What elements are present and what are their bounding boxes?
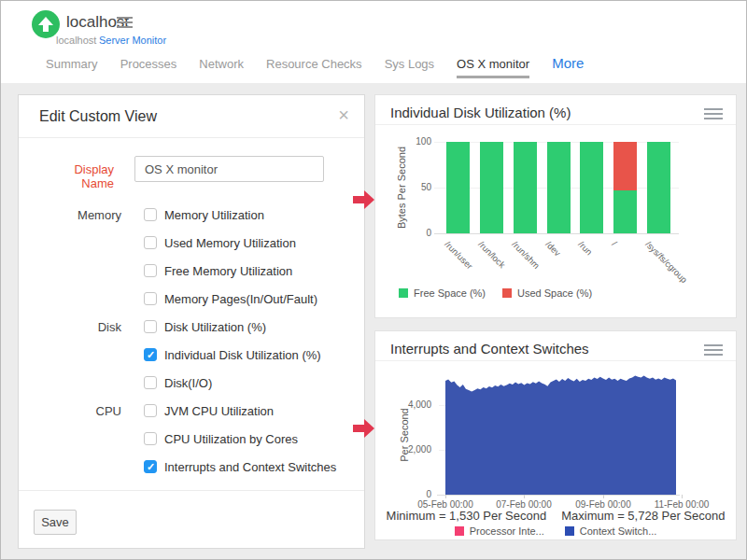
- checkbox-row: Disk(I/O): [19, 369, 364, 397]
- display-name-input[interactable]: [134, 156, 324, 182]
- tab-more[interactable]: More: [552, 55, 584, 78]
- gridline: [434, 233, 679, 234]
- x-axis-label-sys-fs-cgroup: /sys/fs/cgroup: [643, 239, 689, 285]
- checkbox-disk-i-o[interactable]: [144, 376, 157, 389]
- checkbox-row: Used Memory Utilization: [19, 229, 364, 257]
- y-tick-label: 4,000: [394, 399, 431, 410]
- bar-free-sys-fs-cgroup: [647, 142, 670, 233]
- checkbox-label-cpu-utilization-by-cores: CPU Utilization by Cores: [164, 432, 298, 446]
- checkbox-row: Memory Pages(In/Out/Fault): [19, 285, 364, 313]
- checkbox-interrupts-and-context-switches[interactable]: [144, 460, 157, 473]
- checkbox-row: Interrupts and Context Switches: [19, 453, 364, 481]
- bar-free-run-lock: [480, 142, 503, 233]
- save-button[interactable]: Save: [34, 510, 77, 535]
- x-tick-mark: [682, 495, 683, 498]
- tab-summary[interactable]: Summary: [46, 57, 98, 78]
- checkbox-label-free-memory-utilization: Free Memory Utilization: [164, 264, 292, 278]
- tab-bar: SummaryProcessesNetworkResource ChecksSy…: [46, 55, 584, 78]
- x-axis-label-root: /: [610, 239, 619, 248]
- disk-chart-title: Individual Disk Utilization (%): [390, 105, 571, 120]
- y-tick-label: 100: [394, 136, 431, 147]
- panel-footer: Save: [19, 490, 364, 549]
- bar-free-run-shm: [514, 142, 537, 233]
- legend-label: Used Space (%): [517, 287, 592, 299]
- tab-network[interactable]: Network: [199, 57, 244, 78]
- display-name-label: Display Name: [42, 162, 114, 190]
- legend-label: Free Space (%): [414, 287, 486, 299]
- legend-swatch: [455, 526, 464, 536]
- legend-item-context-switch[interactable]: Context Switch...: [565, 525, 657, 537]
- checkbox-label-used-memory-utilization: Used Memory Utilization: [164, 236, 296, 250]
- checkbox-cpu-utilization-by-cores[interactable]: [144, 432, 157, 445]
- breadcrumb-host: localhost: [56, 35, 96, 46]
- disk-chart-legend: Free Space (%)Used Space (%): [399, 287, 592, 299]
- tab-processes[interactable]: Processes: [120, 57, 177, 78]
- legend-swatch: [565, 526, 574, 536]
- checkbox-label-jvm-cpu-utilization: JVM CPU Utilization: [164, 404, 274, 418]
- checkbox-memory-utilization[interactable]: [144, 208, 157, 221]
- checkbox-used-memory-utilization[interactable]: [144, 236, 157, 249]
- checkbox-row: Free Memory Utilization: [19, 257, 364, 285]
- checkbox-label-memory-pages-in-out-fault: Memory Pages(In/Out/Fault): [164, 292, 317, 306]
- legend-item-processor-inte[interactable]: Processor Inte...: [455, 525, 544, 537]
- checkbox-label-memory-utilization: Memory Utilization: [164, 208, 264, 222]
- x-tick-mark: [445, 495, 446, 498]
- interrupts-chart-title: Interrupts and Context Switches: [390, 341, 589, 357]
- y-tick-label: 50: [394, 182, 431, 192]
- legend-label: Processor Inte...: [470, 525, 544, 537]
- annotation-arrow-icon-interrupts: [353, 419, 375, 438]
- group-label-cpu: CPU: [19, 404, 121, 418]
- annotation-arrow-icon-disk: [353, 190, 375, 209]
- edit-custom-view-panel: Edit Custom View × Display Name MemoryMe…: [18, 94, 365, 549]
- checkbox-free-memory-utilization[interactable]: [144, 264, 157, 277]
- checkbox-row: DiskDisk Utilization (%): [19, 313, 364, 341]
- checkbox-row: CPU Utilization by Cores: [19, 425, 364, 453]
- app-header: localhost localhost Server Monitor Summa…: [1, 1, 746, 83]
- legend-label: Context Switch...: [580, 525, 657, 537]
- checkbox-individual-disk-utilization[interactable]: [144, 348, 157, 361]
- checkbox-row: Individual Disk Utilization (%): [19, 341, 364, 369]
- group-label-memory: Memory: [19, 208, 121, 222]
- maximum-value: Maximum = 5,728 Per Second: [561, 509, 725, 523]
- x-axis-line: [437, 495, 680, 496]
- checkbox-memory-pages-in-out-fault[interactable]: [144, 292, 157, 305]
- checkbox-label-disk-utilization: Disk Utilization (%): [164, 320, 266, 334]
- hamburger-menu-icon[interactable]: [117, 17, 133, 31]
- x-axis-label-run-user: /run/user: [443, 239, 474, 271]
- app-window: localhost localhost Server Monitor Summa…: [0, 0, 747, 560]
- min-max-stats: Minimum = 1,530 Per Second Maximum = 5,7…: [375, 509, 736, 523]
- checkbox-disk-utilization[interactable]: [144, 320, 157, 333]
- minimum-value: Minimum = 1,530 Per Second: [387, 509, 547, 523]
- checkbox-row: CPUJVM CPU Utilization: [19, 397, 364, 425]
- x-axis-label-dev: /dev: [543, 239, 562, 258]
- checkbox-label-individual-disk-utilization: Individual Disk Utilization (%): [164, 348, 321, 362]
- x-axis-label-run: /run: [577, 239, 595, 257]
- x-axis-label-run-shm: /run/shm: [510, 239, 542, 271]
- checkbox-row: MemoryMemory Utilization: [19, 201, 364, 229]
- panel-header: Edit Custom View ×: [19, 95, 364, 138]
- x-axis-label-run-lock: /run/lock: [476, 239, 507, 270]
- y-tick-label: 0: [394, 489, 431, 499]
- bar-used-root: [613, 142, 637, 190]
- group-label-disk: Disk: [19, 320, 121, 334]
- legend-item-used-space[interactable]: Used Space (%): [502, 287, 592, 299]
- chart-menu-icon[interactable]: [704, 108, 723, 122]
- interrupts-chart-legend: Processor Inte...Context Switch...: [375, 525, 736, 537]
- tab-sys-logs[interactable]: Sys Logs: [385, 57, 434, 78]
- disk-utilization-card: Individual Disk Utilization (%) Bytes Pe…: [374, 94, 737, 318]
- y-tick-label: 0: [394, 228, 431, 238]
- bar-free-: [613, 190, 637, 233]
- legend-item-free-space[interactable]: Free Space (%): [399, 287, 486, 299]
- legend-swatch: [399, 288, 408, 298]
- bar-free-run-user: [446, 142, 470, 233]
- chart-menu-icon[interactable]: [704, 344, 723, 358]
- metric-checkbox-list: MemoryMemory UtilizationUsed Memory Util…: [19, 201, 364, 481]
- breadcrumb-server-monitor-link[interactable]: Server Monitor: [99, 35, 166, 46]
- x-tick-mark: [524, 495, 525, 498]
- tab-resource-checks[interactable]: Resource Checks: [266, 57, 362, 78]
- close-icon[interactable]: ×: [338, 105, 349, 124]
- interrupts-card: Interrupts and Context Switches Per Seco…: [374, 330, 737, 540]
- tab-os-x-monitor[interactable]: OS X monitor: [457, 57, 529, 78]
- panel-title: Edit Custom View: [39, 108, 157, 125]
- checkbox-jvm-cpu-utilization[interactable]: [144, 404, 157, 417]
